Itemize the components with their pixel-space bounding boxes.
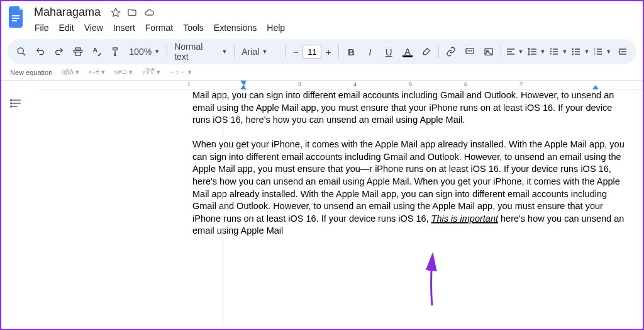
font-dropdown[interactable]: Arial▼ [238, 43, 282, 60]
menu-edit[interactable]: Edit [55, 20, 79, 35]
svg-point-16 [11, 103, 12, 104]
line-spacing-dropdown[interactable]: ▼ [526, 43, 547, 60]
text-color-icon[interactable]: A [399, 43, 416, 60]
svg-point-9 [572, 48, 573, 49]
bulleted-list-dropdown[interactable]: ▼ [570, 43, 591, 60]
svg-rect-4 [75, 48, 80, 50]
menu-bar: File Edit View Insert Format Tools Exten… [30, 20, 289, 35]
font-size-decrease[interactable]: − [289, 45, 303, 59]
redo-icon[interactable] [50, 43, 68, 60]
ruler-number: 1 [187, 81, 191, 88]
menu-file[interactable]: File [30, 20, 53, 35]
document-page[interactable]: Mail app, you can sign into different em… [187, 89, 634, 237]
paragraph-text: Mail app, you can sign into different em… [192, 90, 614, 125]
indent-decrease-icon[interactable] [614, 43, 631, 60]
eq-arrows[interactable]: ←↑→ ▾ [169, 68, 192, 76]
font-size-input[interactable] [303, 45, 321, 59]
svg-rect-0 [12, 15, 19, 16]
eq-relations[interactable]: ≤≠⊃ ▾ [114, 68, 133, 76]
svg-text:3: 3 [594, 52, 596, 55]
menu-view[interactable]: View [80, 20, 108, 35]
move-icon[interactable] [127, 8, 137, 18]
ruler[interactable]: 1 2 3 4 5 6 7 [38, 81, 643, 89]
svg-rect-2 [12, 20, 17, 21]
spellcheck-icon[interactable] [88, 43, 106, 60]
annotation-arrow [423, 258, 441, 310]
menu-insert[interactable]: Insert [109, 20, 140, 35]
undo-icon[interactable] [31, 43, 49, 60]
zoom-dropdown[interactable]: 100%▼ [125, 43, 164, 60]
paragraph-text: When you get your iPhone, it comes with … [192, 139, 625, 223]
highlight-icon[interactable] [418, 43, 435, 60]
svg-point-10 [572, 51, 573, 52]
menu-help[interactable]: Help [262, 20, 289, 35]
menu-tools[interactable]: Tools [179, 20, 208, 35]
svg-point-17 [11, 106, 12, 107]
svg-rect-5 [75, 52, 80, 55]
bold-icon[interactable]: B [342, 43, 360, 60]
eq-radicals[interactable]: √∛∜ ▾ [142, 68, 160, 76]
image-icon[interactable] [480, 43, 497, 60]
ruler-number: 4 [353, 81, 357, 88]
menu-format[interactable]: Format [141, 20, 177, 35]
comment-icon[interactable] [461, 43, 479, 60]
ruler-number: 7 [519, 81, 523, 88]
ruler-number: 6 [464, 81, 467, 88]
star-icon[interactable] [111, 8, 121, 18]
align-dropdown[interactable]: ▼ [504, 43, 525, 60]
toolbar: 100%▼ Normal text▼ Arial▼ − + B I U A ▼ … [8, 39, 636, 64]
cloud-icon[interactable] [143, 8, 155, 18]
search-icon[interactable] [13, 43, 30, 60]
svg-rect-1 [12, 18, 19, 19]
underline-icon[interactable]: U [380, 43, 397, 60]
docs-logo[interactable] [9, 6, 25, 28]
document-title[interactable]: Maharagama [30, 5, 104, 20]
equation-toolbar: New equation αβΔ ▾ ×÷± ▾ ≤≠⊃ ▾ √∛∜ ▾ ←↑→… [1, 64, 643, 81]
numbered-list-dropdown[interactable]: 123▼ [592, 43, 613, 60]
eq-greek[interactable]: αβΔ ▾ [61, 68, 79, 76]
ruler-number: 2 [243, 81, 246, 88]
italic-icon[interactable]: I [361, 43, 379, 60]
svg-point-3 [18, 48, 23, 54]
style-dropdown[interactable]: Normal text▼ [170, 43, 231, 60]
new-equation-button[interactable]: New equation [10, 69, 52, 76]
ruler-number: 3 [298, 81, 301, 88]
link-icon[interactable] [442, 43, 460, 60]
ruler-number: 5 [409, 81, 412, 88]
svg-point-15 [11, 100, 12, 101]
print-icon[interactable] [69, 43, 87, 60]
eq-operators[interactable]: ×÷± ▾ [88, 68, 106, 76]
checklist-dropdown[interactable]: ▼ [548, 43, 569, 60]
font-size-increase[interactable]: + [321, 45, 335, 59]
emphasized-text: This is important [431, 213, 498, 224]
svg-point-11 [572, 54, 573, 54]
paint-format-icon[interactable] [107, 43, 125, 60]
menu-extensions[interactable]: Extensions [209, 20, 261, 35]
page-edge [223, 89, 223, 324]
outline-toggle-icon[interactable] [10, 102, 23, 111]
